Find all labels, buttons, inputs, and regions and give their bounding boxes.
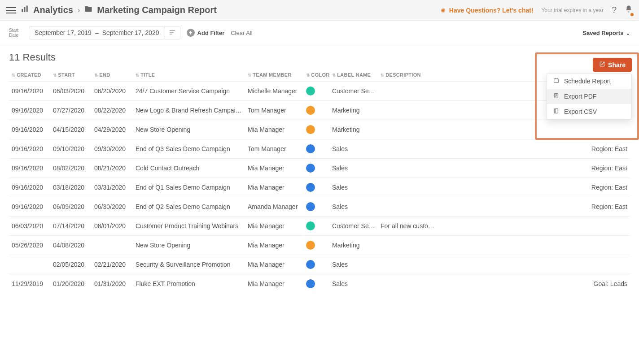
clear-all-button[interactable]: Clear All [231, 30, 252, 36]
cell-tags [437, 217, 630, 236]
cell-title: Fluke EXT Promotion [133, 274, 245, 294]
cell-color [303, 255, 329, 274]
breadcrumb-analytics[interactable]: Analytics [33, 5, 73, 15]
cell-desc [378, 101, 437, 120]
color-dot [306, 221, 315, 230]
table-row[interactable]: 09/16/202003/18/202003/31/2020End of Q1 … [9, 178, 630, 197]
table-row[interactable]: 11/29/201901/20/202001/31/2020Fluke EXT … [9, 274, 630, 294]
schedule-report-item[interactable]: Schedule Report [547, 74, 631, 89]
cell-color [303, 159, 329, 178]
cell-tags [437, 255, 630, 274]
breadcrumb-report[interactable]: Marketing Campaign Report [97, 5, 217, 15]
sort-button[interactable] [165, 26, 180, 39]
table-row[interactable]: 09/16/202006/03/202006/20/202024/7 Custo… [9, 82, 630, 101]
col-label-name[interactable]: ⇅LABEL NAME [329, 69, 378, 82]
table-row[interactable]: 09/16/202008/02/202008/21/2020Cold Conta… [9, 159, 630, 178]
color-dot [306, 202, 315, 211]
cell-label: Sales [329, 197, 378, 217]
help-icon[interactable]: ? [612, 5, 617, 15]
cell-desc [378, 255, 437, 274]
color-dot [306, 260, 315, 269]
table-row[interactable]: 09/16/202009/10/202009/30/2020End of Q3 … [9, 139, 630, 159]
cell-end: 06/20/2020 [92, 82, 133, 101]
table-row[interactable]: 05/26/202004/08/2020New Store OpeningMia… [9, 236, 630, 255]
cell-desc: For all new customers [378, 217, 437, 236]
cell-member: Mia Manager [245, 178, 303, 197]
cell-color [303, 82, 329, 101]
cell-tags: Region: East [437, 139, 630, 159]
cell-label: Sales [329, 139, 378, 159]
cell-tags [437, 236, 630, 255]
table-header-row: ⇅CREATED ⇅START ⇅END ⇅TITLE ⇅TEAM MEMBER… [9, 69, 630, 82]
cell-tags [437, 120, 630, 139]
col-created[interactable]: ⇅CREATED [9, 69, 50, 82]
export-pdf-item[interactable]: Export PDF [547, 89, 631, 104]
chat-icon: ✺ [441, 7, 446, 14]
table-row[interactable]: 09/16/202006/09/202006/30/2020End of Q2 … [9, 197, 630, 217]
cell-created: 09/16/2020 [9, 197, 50, 217]
svg-rect-0 [22, 9, 23, 12]
share-icon [599, 61, 605, 69]
results-table: ⇅CREATED ⇅START ⇅END ⇅TITLE ⇅TEAM MEMBER… [9, 69, 630, 293]
export-csv-item[interactable]: Export CSV [547, 104, 631, 119]
col-end[interactable]: ⇅END [92, 69, 133, 82]
add-filter-button[interactable]: + Add Filter [187, 29, 225, 37]
share-dropdown: Schedule Report Export PDF Export CSV [547, 73, 632, 120]
cell-desc [378, 120, 437, 139]
trial-expiry-label: Your trial expires in a year [542, 7, 604, 13]
cell-tags: Region: East [437, 159, 630, 178]
share-button[interactable]: Share [593, 58, 632, 72]
table-row[interactable]: 06/03/202007/14/202008/01/2020Customer P… [9, 217, 630, 236]
cell-color [303, 139, 329, 159]
table-row[interactable]: 09/16/202004/15/202004/29/2020New Store … [9, 120, 630, 139]
col-description[interactable]: ⇅DESCRIPTION [378, 69, 437, 82]
cell-end: 09/30/2020 [92, 139, 133, 159]
cell-title: New Store Opening [133, 236, 245, 255]
cell-created: 09/16/2020 [9, 178, 50, 197]
cell-desc [378, 159, 437, 178]
color-dot [306, 144, 315, 153]
cell-label: Sales [329, 255, 378, 274]
cell-title: Security & Surveillance Promotion [133, 255, 245, 274]
cell-desc [378, 82, 437, 101]
cell-start: 07/14/2020 [50, 217, 92, 236]
cell-color [303, 236, 329, 255]
cell-end: 03/31/2020 [92, 178, 133, 197]
cell-start: 03/18/2020 [50, 178, 92, 197]
table-row[interactable]: 02/05/202002/21/2020Security & Surveilla… [9, 255, 630, 274]
chat-link[interactable]: ✺ Have Questions? Let's chat! [441, 7, 533, 14]
hamburger-menu-icon[interactable] [6, 5, 16, 15]
cell-end: 08/21/2020 [92, 159, 133, 178]
col-title[interactable]: ⇅TITLE [133, 69, 245, 82]
col-team-member[interactable]: ⇅TEAM MEMBER [245, 69, 303, 82]
color-dot [306, 241, 315, 250]
results-count: 11 Results [9, 52, 630, 63]
color-dot [306, 106, 315, 115]
col-color[interactable]: ⇅COLOR [303, 69, 329, 82]
cell-member: Mia Manager [245, 274, 303, 294]
cell-end [92, 236, 133, 255]
cell-member: Mia Manager [245, 236, 303, 255]
cell-desc [378, 236, 437, 255]
filter-bar: Start Date September 17, 2019 – Septembe… [0, 21, 639, 45]
notifications-icon[interactable] [625, 5, 633, 15]
cell-tags: Region: East [437, 178, 630, 197]
cell-color [303, 120, 329, 139]
date-range-picker[interactable]: September 17, 2019 – September 17, 2020 [29, 26, 165, 39]
col-start[interactable]: ⇅START [50, 69, 92, 82]
cell-start: 09/10/2020 [50, 139, 92, 159]
color-dot [306, 164, 315, 173]
cell-member: Mia Manager [245, 255, 303, 274]
calendar-icon [553, 78, 560, 85]
cell-title: End of Q3 Sales Demo Campaign [133, 139, 245, 159]
breadcrumb: Analytics › Marketing Campaign Report [21, 5, 217, 15]
table-row[interactable]: 09/16/202007/27/202008/22/2020New Logo &… [9, 101, 630, 120]
cell-end: 02/21/2020 [92, 255, 133, 274]
cell-member: Michelle Manager [245, 82, 303, 101]
saved-reports-dropdown[interactable]: Saved Reports ⌄ [582, 30, 630, 36]
cell-end: 01/31/2020 [92, 274, 133, 294]
top-bar: Analytics › Marketing Campaign Report ✺ … [0, 0, 639, 21]
analytics-icon [21, 5, 29, 15]
cell-desc [378, 139, 437, 159]
cell-created: 09/16/2020 [9, 139, 50, 159]
